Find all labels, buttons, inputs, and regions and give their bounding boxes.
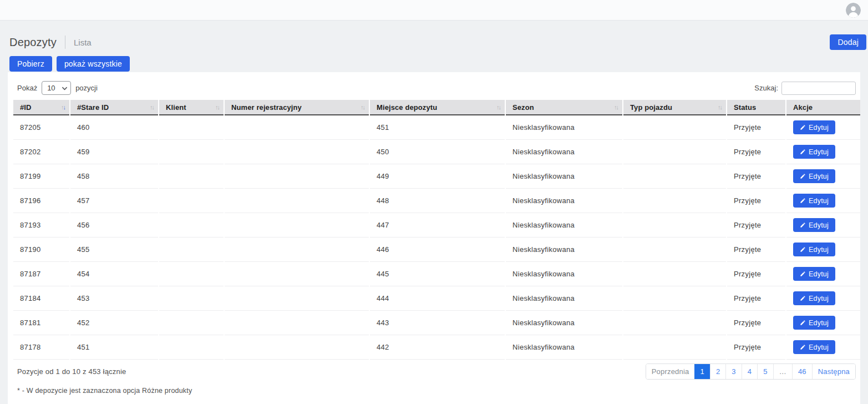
cell-client [159,286,224,311]
cell-id: 87181 [13,311,69,335]
results-info: Pozycje od 1 do 10 z 453 łącznie [17,367,126,376]
column-header-label: #Stare ID [77,103,109,112]
pagination-page-5[interactable]: 5 [757,364,773,379]
pagination-ellipsis: … [773,364,792,379]
pencil-icon [800,320,806,326]
table-row: 87196 457 448 Niesklasyfikowana Przyjęte… [13,189,860,213]
pagination-page-46[interactable]: 46 [792,364,812,379]
page-size-select[interactable]: 10 [42,81,71,95]
download-button[interactable]: Pobierz [9,56,52,72]
table-card: Pokaż 10 pozycji Szukaj: #ID [8,72,860,404]
edit-button-label: Edytuj [809,124,829,132]
table-body: 87205 460 451 Niesklasyfikowana Przyjęte… [13,115,860,360]
table-row: 87178 451 442 Niesklasyfikowana Przyjęte… [13,335,860,360]
edit-button[interactable]: Edytuj [793,120,835,134]
column-header[interactable]: Sezon ↑↓ [506,100,622,115]
pencil-icon [800,271,806,277]
pagination-previous[interactable]: Poprzednia [646,364,695,379]
cell-client [159,213,224,238]
cell-season: Niesklasyfikowana [506,189,622,213]
edit-button-label: Edytuj [809,148,829,156]
edit-button[interactable]: Edytuj [793,291,835,305]
table-row: 87193 456 447 Niesklasyfikowana Przyjęte… [13,213,860,238]
edit-button[interactable]: Edytuj [793,145,835,159]
column-header[interactable]: #Stare ID ↑↓ [70,100,158,115]
column-header[interactable]: Miejsce depozytu ↑↓ [370,100,505,115]
edit-button[interactable]: Edytuj [793,243,835,256]
cell-id: 87187 [13,262,69,286]
cell-season: Niesklasyfikowana [506,335,622,360]
pagination-page-4[interactable]: 4 [742,364,757,379]
column-header-label: Klient [166,103,186,112]
entries-label: pozycji [75,84,98,92]
cell-status: Przyjęte [727,262,785,286]
cell-old-id: 455 [70,238,158,262]
cell-vehicle-type [623,335,726,360]
cell-actions: Edytuj [786,311,860,335]
edit-button-label: Edytuj [809,344,829,351]
column-header-label: Numer rejestracyjny [231,103,302,112]
cell-deposit-place: 448 [370,189,505,213]
cell-deposit-place: 442 [370,335,505,360]
cell-old-id: 457 [70,189,158,213]
show-label: Pokaż [17,84,37,92]
edit-button-label: Edytuj [809,197,829,205]
cell-actions: Edytuj [786,262,860,286]
cell-vehicle-type [623,238,726,262]
table-row: 87187 454 445 Niesklasyfikowana Przyjęte… [13,262,860,286]
cell-deposit-place: 450 [370,140,505,164]
edit-button[interactable]: Edytuj [793,194,835,208]
column-header-label: Status [734,103,756,112]
user-avatar-icon[interactable] [846,3,861,18]
pagination-page-3[interactable]: 3 [725,364,741,379]
pagination-page-2[interactable]: 2 [710,364,725,379]
page-length-control: Pokaż 10 pozycji [17,81,98,95]
cell-deposit-place: 451 [370,115,505,140]
sort-icon: ↑↓ [358,104,364,110]
cell-id: 87196 [13,189,69,213]
cell-status: Przyjęte [727,115,785,140]
show-all-button[interactable]: pokaż wszystkie [57,56,130,72]
cell-client [159,311,224,335]
edit-button[interactable]: Edytuj [793,340,835,354]
pagination: Poprzednia 12345…46 Następna [646,363,856,380]
toolbar: Pobierz pokaż wszystkie [0,56,868,72]
column-header[interactable]: #ID ↑↓ [13,100,69,115]
cell-status: Przyjęte [727,286,785,311]
column-header-label: Typ pojazdu [630,103,672,112]
cell-vehicle-type [623,311,726,335]
edit-button[interactable]: Edytuj [793,169,835,183]
edit-button-label: Edytuj [809,173,829,180]
pencil-icon [800,124,806,130]
column-header[interactable]: Status [727,100,785,115]
cell-vehicle-type [623,164,726,189]
cell-vehicle-type [623,286,726,311]
cell-vehicle-type [623,115,726,140]
pagination-page-1[interactable]: 1 [694,364,709,379]
search-input[interactable] [781,82,856,95]
cell-old-id: 454 [70,262,158,286]
cell-season: Niesklasyfikowana [506,311,622,335]
pencil-icon [800,246,806,252]
column-header[interactable]: Numer rejestracyjny ↑↓ [225,100,369,115]
edit-button[interactable]: Edytuj [793,218,835,232]
edit-button-label: Edytuj [809,246,829,254]
add-button[interactable]: Dodaj [830,34,866,50]
pencil-icon [800,149,806,155]
cell-actions: Edytuj [786,213,860,238]
table-row: 87190 455 446 Niesklasyfikowana Przyjęte… [13,238,860,262]
cell-old-id: 458 [70,164,158,189]
cell-status: Przyjęte [727,189,785,213]
column-header[interactable]: Akcje ↑↓ [786,100,860,115]
edit-button[interactable]: Edytuj [793,267,835,281]
cell-status: Przyjęte [727,311,785,335]
cell-registration [225,213,369,238]
pencil-icon [800,173,806,179]
column-header[interactable]: Klient ↑↓ [159,100,224,115]
cell-id: 87193 [13,213,69,238]
edit-button[interactable]: Edytuj [793,316,835,330]
edit-button-label: Edytuj [809,270,829,278]
cell-status: Przyjęte [727,238,785,262]
column-header[interactable]: Typ pojazdu ↑↓ [623,100,726,115]
pagination-next[interactable]: Następna [812,364,855,379]
